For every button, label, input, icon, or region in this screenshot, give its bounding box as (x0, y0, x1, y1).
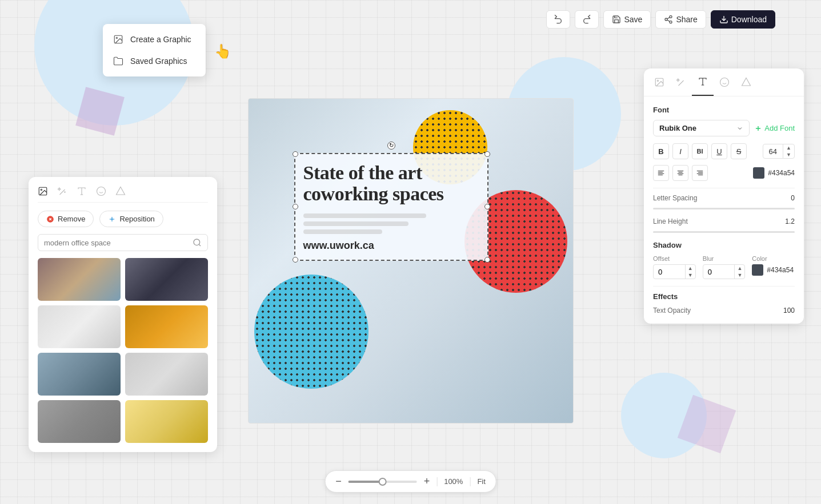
rp-tab-shape[interactable] (735, 68, 757, 96)
letter-spacing-value: 0 (791, 194, 795, 202)
add-font-button[interactable]: Add Font (754, 124, 795, 132)
handle-middle-left[interactable] (293, 204, 298, 209)
shadow-color-box (752, 264, 763, 276)
download-button[interactable]: Download (711, 10, 775, 29)
image-thumb-5[interactable] (38, 353, 121, 396)
search-input[interactable] (44, 239, 193, 247)
shadow-blur-down[interactable]: ▼ (735, 272, 744, 279)
align-left-button[interactable] (653, 165, 669, 181)
remove-icon (46, 215, 54, 223)
handle-middle-right[interactable] (484, 204, 490, 209)
zoom-divider-2 (470, 477, 470, 486)
zoom-in-button[interactable]: + (424, 475, 430, 487)
redo-button[interactable] (575, 10, 599, 29)
tab-emoji[interactable] (96, 186, 106, 196)
shadow-offset-input[interactable]: 0 ▲ ▼ (653, 264, 696, 279)
dropdown-menu: Create a Graphic Saved Graphics (103, 24, 206, 76)
undo-button[interactable] (546, 10, 570, 29)
shadow-offset-up[interactable]: ▲ (686, 265, 695, 272)
saved-graphics-item[interactable]: Saved Graphics (103, 50, 206, 72)
svg-point-13 (97, 187, 106, 196)
image-thumb-2[interactable] (125, 258, 208, 301)
image-thumb-4[interactable] (125, 305, 208, 348)
tab-shape[interactable] (115, 186, 126, 196)
font-size-down[interactable]: ▼ (783, 151, 794, 158)
handle-bottom-left[interactable] (293, 257, 298, 263)
image-thumb-8[interactable] (125, 400, 208, 443)
svg-line-4 (667, 17, 670, 19)
create-graphic-item[interactable]: Create a Graphic (103, 29, 206, 50)
canvas-headline: State of the art coworking spaces (303, 162, 479, 205)
shadow-color-swatch[interactable]: #434a54 (752, 264, 795, 276)
svg-line-24 (199, 244, 201, 246)
strikethrough-button[interactable]: S (731, 143, 747, 159)
effects-rp-icon (676, 77, 686, 87)
letter-spacing-label: Letter Spacing (653, 194, 791, 202)
zoom-divider (436, 477, 437, 486)
right-panel: Font Rubik One Add Font B I BI U S 64 ▲ … (644, 68, 804, 324)
rp-tab-text[interactable] (692, 68, 714, 96)
chevron-down-icon (736, 125, 743, 132)
reposition-button[interactable]: Reposition (99, 211, 163, 227)
font-size-control: 64 ▲ ▼ (763, 144, 795, 159)
text-rp-icon (698, 76, 708, 87)
svg-marker-33 (742, 78, 751, 86)
svg-line-3 (667, 20, 670, 22)
remove-button[interactable]: Remove (38, 211, 94, 227)
line-height-slider[interactable] (653, 231, 795, 233)
bold-italic-label: BI (697, 148, 703, 155)
text-box-selected[interactable]: ↻ State of the art coworking spaces www.… (294, 153, 488, 261)
create-graphic-label: Create a Graphic (130, 35, 191, 44)
rp-tab-image[interactable] (648, 68, 670, 96)
rotate-handle[interactable]: ↻ (387, 142, 395, 150)
handle-top-right[interactable] (484, 151, 490, 157)
image-thumb-1[interactable] (38, 258, 121, 301)
zoom-out-icon: − (335, 475, 342, 487)
tab-magic[interactable] (57, 186, 67, 196)
plus-icon (754, 124, 762, 132)
panel-actions: Remove Reposition (38, 211, 208, 227)
svg-point-0 (670, 15, 672, 18)
share-button[interactable]: Share (655, 10, 706, 29)
text-color-swatch[interactable]: #434a54 (753, 167, 795, 179)
saved-graphics-label: Saved Graphics (130, 57, 187, 66)
zoom-in-icon: + (424, 475, 430, 487)
align-right-button[interactable] (692, 165, 708, 181)
image-thumb-3[interactable] (38, 305, 121, 348)
tab-text[interactable] (77, 186, 87, 196)
save-icon (612, 15, 621, 24)
image-thumb-7[interactable] (38, 400, 121, 443)
reposition-icon (108, 215, 116, 223)
rp-tab-effects[interactable] (670, 68, 692, 96)
zoom-out-button[interactable]: − (335, 475, 342, 487)
align-center-button[interactable] (672, 165, 688, 181)
shadow-offset-down[interactable]: ▼ (686, 272, 695, 279)
handle-top-left[interactable] (293, 151, 298, 157)
font-select[interactable]: Rubik One (653, 120, 750, 136)
bold-italic-button[interactable]: BI (692, 143, 708, 159)
tab-image[interactable] (38, 186, 48, 196)
top-toolbar: Save Share Download (546, 10, 775, 29)
right-panel-tabs (644, 68, 804, 96)
font-size-up[interactable]: ▲ (783, 144, 794, 151)
canvas-frame[interactable]: ↻ State of the art coworking spaces www.… (248, 98, 574, 424)
font-size-arrows: ▲ ▼ (783, 144, 794, 158)
handle-bottom-right[interactable] (484, 257, 490, 263)
underline-button[interactable]: U (711, 143, 727, 159)
divider-2 (653, 286, 795, 287)
letter-spacing-slider[interactable] (653, 208, 795, 209)
shadow-blur-up[interactable]: ▲ (735, 265, 744, 272)
image-tab-icon (38, 186, 48, 196)
image-thumb-6[interactable] (125, 353, 208, 396)
shadow-blur-arrows: ▲ ▼ (734, 265, 744, 279)
zoom-fit-button[interactable]: Fit (477, 477, 485, 486)
italic-button[interactable]: I (672, 143, 688, 159)
rp-tab-emoji[interactable] (714, 68, 735, 96)
shadow-blur-input[interactable]: 0 ▲ ▼ (703, 264, 746, 279)
download-icon (719, 15, 728, 24)
image-icon (113, 34, 123, 45)
zoom-slider[interactable] (349, 481, 417, 483)
bold-button[interactable]: B (653, 143, 669, 159)
shadow-offset-col: Offset 0 ▲ ▼ (653, 255, 696, 279)
save-button[interactable]: Save (603, 10, 651, 29)
